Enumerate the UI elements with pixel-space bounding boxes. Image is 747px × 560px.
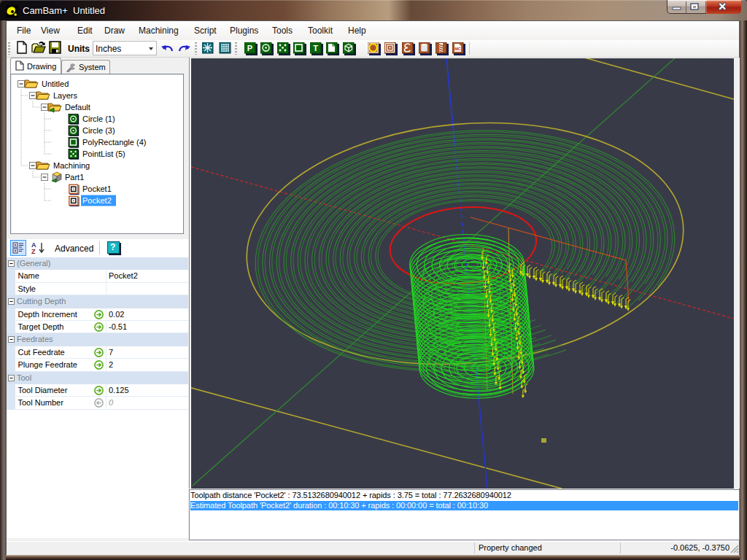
svg-text:Default: Default (65, 103, 90, 112)
svg-text:PolyRectangle (4): PolyRectangle (4) (82, 138, 146, 147)
svg-text:Pocket1: Pocket1 (82, 184, 112, 193)
svg-text:Machining: Machining (53, 161, 90, 170)
svg-text:Circle (3): Circle (3) (82, 126, 115, 135)
svg-text:PointList (5): PointList (5) (82, 149, 125, 158)
svg-text:Z: Z (31, 248, 36, 254)
svg-text:MC: MC (454, 47, 461, 51)
svg-text:Layers: Layers (53, 91, 78, 100)
svg-text:Untitled: Untitled (42, 79, 69, 88)
svg-text:Part1: Part1 (65, 173, 84, 182)
svg-text:T: T (313, 44, 318, 52)
svg-text:Pocket2: Pocket2 (82, 196, 112, 205)
svg-text:Circle (1): Circle (1) (82, 114, 115, 123)
svg-text:P: P (247, 44, 252, 52)
